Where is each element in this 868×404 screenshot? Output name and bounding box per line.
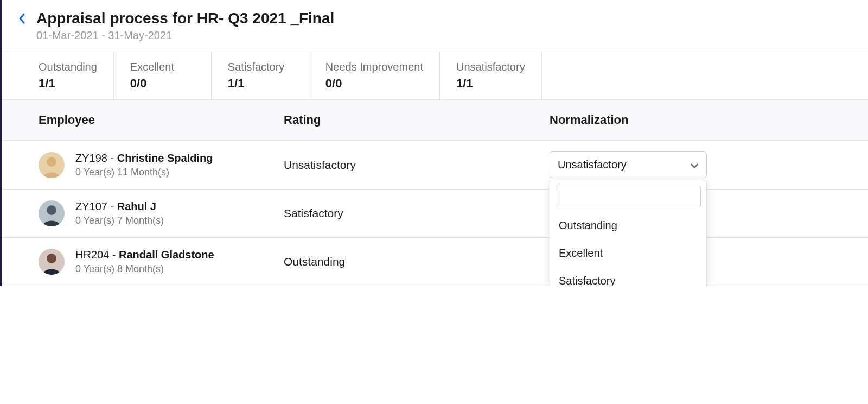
table-row: HR204 - Randall Gladstone 0 Year(s) 8 Mo… — [2, 238, 868, 286]
separator: - — [112, 249, 119, 261]
employee-text: ZY107 - Rahul J 0 Year(s) 7 Month(s) — [75, 200, 164, 226]
employee-line1: HR204 - Randall Gladstone — [75, 249, 214, 261]
summary-outstanding: Outstanding 1/1 — [2, 52, 114, 99]
summary-label: Excellent — [130, 61, 195, 73]
dropdown-option-outstanding[interactable]: Outstanding — [550, 212, 706, 239]
employee-code: ZY198 — [75, 152, 107, 164]
summary-label: Outstanding — [39, 61, 97, 73]
chevron-down-icon — [690, 159, 699, 171]
employee-cell: HR204 - Randall Gladstone 0 Year(s) 8 Mo… — [2, 249, 284, 275]
table-row: ZY198 - Christine Spalding 0 Year(s) 11 … — [2, 141, 868, 190]
dropdown-search-wrap — [556, 186, 701, 207]
employee-cell: ZY198 - Christine Spalding 0 Year(s) 11 … — [2, 152, 284, 178]
summary-label: Satisfactory — [228, 61, 292, 73]
svg-point-5 — [47, 254, 56, 263]
summary-value: 1/1 — [39, 77, 97, 91]
rating-cell: Unsatisfactory — [284, 159, 550, 172]
employee-code: HR204 — [75, 249, 109, 261]
svg-point-1 — [47, 157, 56, 167]
summary-value: 1/1 — [228, 77, 292, 91]
select-value: Unsatisfactory — [558, 159, 627, 171]
avatar — [39, 200, 65, 226]
employee-text: HR204 - Randall Gladstone 0 Year(s) 8 Mo… — [75, 249, 214, 275]
summary-label: Unsatisfactory — [456, 61, 525, 73]
employee-table: Employee Rating Normalization ZY198 - Ch… — [2, 100, 868, 286]
employee-tenure: 0 Year(s) 11 Month(s) — [75, 167, 213, 178]
summary-value: 1/1 — [456, 77, 525, 91]
page-header: Appraisal process for HR- Q3 2021 _Final… — [2, 0, 868, 52]
col-header-rating: Rating — [284, 113, 550, 127]
title-area: Appraisal process for HR- Q3 2021 _Final… — [36, 10, 334, 42]
avatar — [39, 152, 65, 178]
dropdown-option-excellent[interactable]: Excellent — [550, 239, 706, 267]
normalization-dropdown: Outstanding Excellent Satisfactory Needs… — [550, 180, 707, 286]
table-row: ZY107 - Rahul J 0 Year(s) 7 Month(s) Sat… — [2, 190, 868, 238]
normalization-cell: Unsatisfactory Outstanding Excellent Sat… — [550, 152, 868, 178]
summary-value: 0/0 — [130, 77, 195, 91]
rating-cell: Satisfactory — [284, 207, 550, 220]
svg-point-3 — [47, 205, 56, 215]
employee-cell: ZY107 - Rahul J 0 Year(s) 7 Month(s) — [2, 200, 284, 226]
page-title: Appraisal process for HR- Q3 2021 _Final — [36, 10, 334, 27]
summary-bar: Outstanding 1/1 Excellent 0/0 Satisfacto… — [2, 52, 868, 100]
appraisal-page: Appraisal process for HR- Q3 2021 _Final… — [2, 0, 868, 286]
employee-tenure: 0 Year(s) 7 Month(s) — [75, 215, 164, 226]
employee-name: Rahul J — [117, 200, 156, 212]
normalization-select[interactable]: Unsatisfactory — [550, 152, 707, 178]
col-header-normalization: Normalization — [550, 113, 868, 127]
rating-cell: Outstanding — [284, 255, 550, 268]
separator: - — [111, 152, 117, 164]
avatar — [39, 249, 65, 275]
summary-excellent: Excellent 0/0 — [114, 52, 212, 99]
summary-unsatisfactory: Unsatisfactory 1/1 — [440, 52, 542, 99]
separator: - — [111, 200, 117, 212]
summary-label: Needs Improvement — [326, 61, 423, 73]
back-button[interactable] — [18, 12, 27, 27]
employee-name: Christine Spalding — [117, 152, 213, 164]
employee-text: ZY198 - Christine Spalding 0 Year(s) 11 … — [75, 152, 213, 178]
dropdown-option-satisfactory[interactable]: Satisfactory — [550, 267, 706, 286]
summary-needs-improvement: Needs Improvement 0/0 — [309, 52, 440, 99]
employee-line1: ZY107 - Rahul J — [75, 200, 164, 213]
employee-line1: ZY198 - Christine Spalding — [75, 152, 213, 165]
col-header-employee: Employee — [2, 113, 284, 127]
employee-code: ZY107 — [75, 200, 107, 212]
summary-value: 0/0 — [326, 77, 423, 91]
table-header: Employee Rating Normalization — [2, 100, 868, 141]
summary-satisfactory: Satisfactory 1/1 — [212, 52, 309, 99]
date-range: 01-Mar-2021 - 31-May-2021 — [36, 29, 334, 42]
chevron-left-icon — [18, 12, 27, 25]
dropdown-search-input[interactable] — [561, 191, 695, 203]
employee-tenure: 0 Year(s) 8 Month(s) — [75, 263, 214, 275]
employee-name: Randall Gladstone — [119, 249, 214, 261]
